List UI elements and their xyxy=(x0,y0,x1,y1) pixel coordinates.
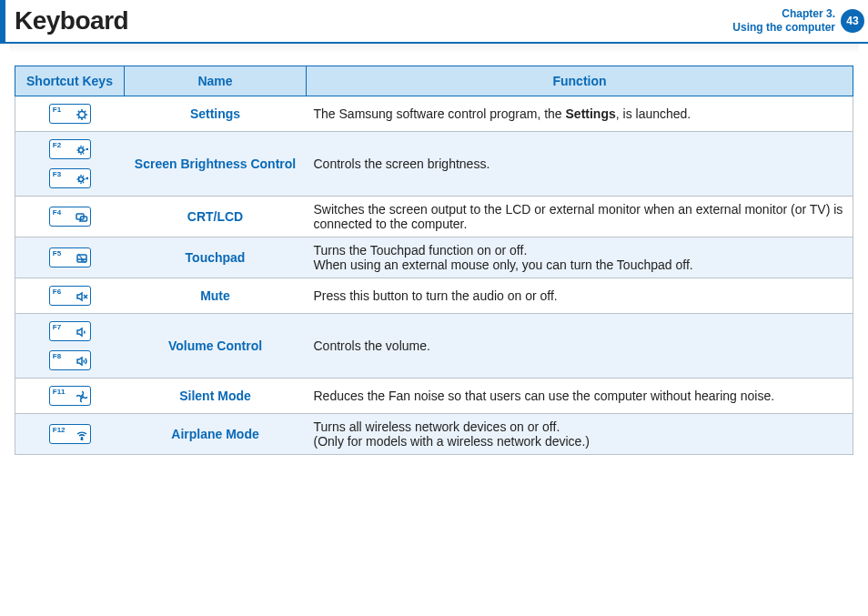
key-f6: F6 xyxy=(49,286,91,306)
keycell: F12 xyxy=(15,414,125,455)
fan-icon xyxy=(76,390,88,403)
name-cell: CRT/LCD xyxy=(125,197,307,237)
bright-down-icon xyxy=(76,144,88,157)
name-cell: Mute xyxy=(125,278,307,314)
keycell: F2F3 xyxy=(15,132,125,197)
name-cell: Airplane Mode xyxy=(125,414,307,455)
key-f2: F2 xyxy=(49,139,91,159)
col-header-keys: Shortcut Keys xyxy=(15,66,125,96)
page-header: Keyboard Chapter 3. Using the computer 4… xyxy=(0,0,868,44)
keycell: F11 xyxy=(15,379,125,414)
name-cell: Touchpad xyxy=(125,237,307,278)
bright-up-icon xyxy=(76,173,88,186)
touchpad-icon xyxy=(76,252,88,265)
key-label: F11 xyxy=(53,389,66,396)
key-label: F1 xyxy=(53,106,61,114)
key-f11: F11 xyxy=(49,386,91,406)
name-cell: Settings xyxy=(125,96,307,132)
settings-icon xyxy=(76,108,88,121)
function-cell: Controls the volume. xyxy=(307,314,853,379)
table-row: F12Airplane ModeTurns all wireless netwo… xyxy=(15,414,853,455)
chapter-line1: Chapter 3. xyxy=(732,7,835,21)
breadcrumb: Chapter 3. Using the computer 43 xyxy=(732,7,868,35)
key-f7: F7 xyxy=(49,321,91,341)
key-f4: F4 xyxy=(49,207,91,227)
wifi-icon xyxy=(76,429,88,441)
keycell: F4 xyxy=(15,197,125,237)
name-cell: Volume Control xyxy=(125,314,307,379)
key-f1: F1 xyxy=(49,104,91,124)
chapter-line2: Using the computer xyxy=(732,21,835,35)
vol-up-icon xyxy=(76,355,88,368)
vol-down-icon xyxy=(76,326,88,338)
key-f5: F5 xyxy=(49,247,91,268)
key-label: F5 xyxy=(53,250,61,258)
function-cell: Reduces the Fan noise so that users can … xyxy=(307,379,853,414)
keycell: F6 xyxy=(15,278,125,314)
key-label: F7 xyxy=(53,324,61,331)
col-header-name: Name xyxy=(125,66,307,96)
name-cell: Screen Brightness Control xyxy=(125,132,307,197)
mute-icon xyxy=(76,290,88,303)
key-f3: F3 xyxy=(49,168,91,188)
function-cell: Controls the screen brightness. xyxy=(307,132,853,197)
table-row: F11Silent ModeReduces the Fan noise so t… xyxy=(15,379,853,414)
key-f8: F8 xyxy=(49,350,91,370)
col-header-function: Function xyxy=(307,66,853,96)
shortcut-table: Shortcut Keys Name Function F1SettingsTh… xyxy=(15,66,853,455)
key-label: F12 xyxy=(53,427,66,434)
keycell: F1 xyxy=(15,96,125,132)
table-row: F5TouchpadTurns the Touchpad function on… xyxy=(15,237,853,278)
key-label: F8 xyxy=(53,353,61,360)
key-f12: F12 xyxy=(49,424,91,444)
name-cell: Silent Mode xyxy=(125,379,307,414)
table-row: F6MutePress this button to turn the audi… xyxy=(15,278,853,314)
key-label: F3 xyxy=(53,171,61,178)
display-icon xyxy=(76,211,88,224)
table-row: F7F8Volume ControlControls the volume. xyxy=(15,314,853,379)
page-title: Keyboard xyxy=(15,6,128,35)
key-label: F4 xyxy=(53,209,61,217)
header-shadow xyxy=(9,44,859,53)
keycell: F5 xyxy=(15,237,125,278)
function-cell: Switches the screen output to the LCD or… xyxy=(307,197,853,237)
function-cell: The Samsung software control program, th… xyxy=(307,96,853,132)
page-number-badge: 43 xyxy=(841,9,864,33)
table-row: F1SettingsThe Samsung software control p… xyxy=(15,96,853,132)
breadcrumb-text: Chapter 3. Using the computer xyxy=(732,7,835,35)
function-cell: Turns all wireless network devices on or… xyxy=(307,414,853,455)
key-label: F6 xyxy=(53,288,61,296)
table-header-row: Shortcut Keys Name Function xyxy=(15,66,853,96)
key-label: F2 xyxy=(53,142,61,149)
table-row: F2F3Screen Brightness ControlControls th… xyxy=(15,132,853,197)
function-cell: Press this button to turn the audio on o… xyxy=(307,278,853,314)
keycell: F7F8 xyxy=(15,314,125,379)
table-row: F4CRT/LCDSwitches the screen output to t… xyxy=(15,197,853,237)
function-cell: Turns the Touchpad function on or off.Wh… xyxy=(307,237,853,278)
